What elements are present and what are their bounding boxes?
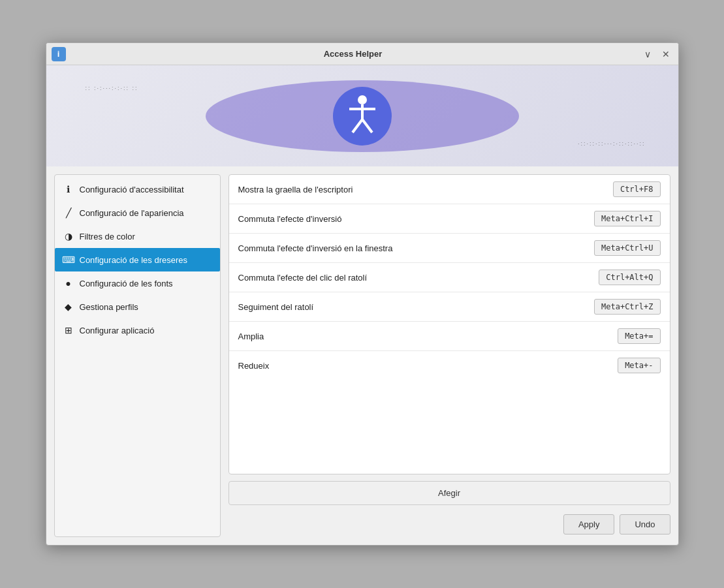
- main-window: i Access Helper ∨ ✕ :: :·:···:·:·:: ::: [46, 42, 679, 546]
- shortcut-label-6: Redueix: [238, 361, 270, 371]
- configure-nav-icon: ⊞: [63, 324, 74, 336]
- shortcut-key-0[interactable]: Ctrl+F8: [613, 181, 661, 197]
- shortcut-row-1: Commuta l'efecte d'inversió Meta+Ctrl+I: [229, 204, 670, 234]
- shortcut-row-4: Seguiment del ratolí Meta+Ctrl+Z: [229, 292, 670, 322]
- sidebar-item-label: Gestiona perfils: [80, 302, 138, 312]
- sidebar-item-color-filters[interactable]: ◑ Filtres de color: [55, 224, 220, 248]
- sidebar-item-fonts[interactable]: ● Configuració de les fonts: [55, 271, 220, 295]
- svg-line-4: [362, 119, 372, 132]
- shortcut-label-1: Commuta l'efecte d'inversió: [238, 214, 342, 224]
- shortcut-row-2: Commuta l'efecte d'inversió en la finest…: [229, 234, 670, 263]
- undo-button[interactable]: Undo: [620, 514, 670, 534]
- shortcut-label-4: Seguiment del ratolí: [238, 302, 314, 312]
- shortcut-label-5: Amplia: [238, 332, 264, 341]
- appearance-nav-icon: ╱: [63, 207, 74, 219]
- sidebar-item-label: Configurar aplicació: [80, 326, 155, 335]
- shortcut-key-5[interactable]: Meta+=: [618, 328, 660, 344]
- sidebar-item-label: Configuració de les dreseres: [80, 255, 187, 265]
- apply-button[interactable]: Apply: [563, 514, 615, 534]
- titlebar-controls: ∨ ✕: [640, 47, 673, 61]
- minimize-button[interactable]: ∨: [640, 47, 655, 61]
- shortcut-row-0: Mostra la graella de l'escriptori Ctrl+F…: [229, 175, 670, 204]
- shortcut-key-2[interactable]: Meta+Ctrl+U: [594, 240, 660, 256]
- shortcut-key-3[interactable]: Ctrl+Alt+Q: [599, 270, 660, 285]
- add-button[interactable]: Afegir: [228, 481, 670, 505]
- svg-line-3: [353, 119, 362, 132]
- sidebar-item-label: Configuració d'accessibilitat: [80, 185, 184, 194]
- main-panel: Mostra la graella de l'escriptori Ctrl+F…: [228, 174, 670, 537]
- sidebar-item-accessibility[interactable]: ℹ Configuració d'accessibilitat: [55, 178, 220, 201]
- accessibility-nav-icon: ℹ: [63, 183, 74, 195]
- sidebar-item-profiles[interactable]: ◆ Gestiona perfils: [55, 295, 220, 318]
- titlebar: i Access Helper ∨ ✕: [46, 43, 678, 65]
- sidebar-item-configure[interactable]: ⊞ Configurar aplicació: [55, 318, 220, 342]
- shortcut-key-1[interactable]: Meta+Ctrl+I: [594, 211, 660, 226]
- shortcut-key-6[interactable]: Meta+-: [618, 358, 660, 373]
- profiles-nav-icon: ◆: [63, 301, 74, 313]
- shortcut-key-4[interactable]: Meta+Ctrl+Z: [594, 299, 660, 315]
- shortcut-row-5: Amplia Meta+=: [229, 322, 670, 351]
- stick-figure-icon: [346, 95, 379, 138]
- accessibility-icon-circle: [333, 87, 392, 146]
- shortcut-row-3: Commuta l'efecte del clic del ratolí Ctr…: [229, 263, 670, 292]
- svg-point-0: [358, 95, 367, 104]
- braille-right: ·::·::·::···:·::·::··::: [578, 140, 646, 147]
- sidebar-item-shortcuts[interactable]: ⌨ Configuració de les dreseres: [55, 248, 220, 271]
- shortcuts-nav-icon: ⌨: [63, 254, 74, 266]
- content-area: ℹ Configuració d'accessibilitat ╱ Config…: [46, 166, 678, 545]
- close-button[interactable]: ✕: [659, 47, 673, 61]
- fonts-nav-icon: ●: [63, 277, 74, 289]
- shortcuts-table: Mostra la graella de l'escriptori Ctrl+F…: [228, 174, 670, 474]
- bottom-buttons: Apply Undo: [228, 512, 670, 537]
- shortcut-label-2: Commuta l'efecte d'inversió en la finest…: [238, 243, 393, 253]
- color-filters-nav-icon: ◑: [63, 230, 74, 242]
- app-icon: i: [52, 47, 66, 61]
- header-banner: :: :·:···:·:·:: :: ·::·::·::···:·::·::··…: [46, 65, 678, 166]
- window-title: Access Helper: [66, 49, 640, 59]
- sidebar: ℹ Configuració d'accessibilitat ╱ Config…: [54, 174, 221, 537]
- sidebar-item-label: Configuració de l'apariencia: [80, 208, 184, 218]
- shortcut-row-6: Redueix Meta+-: [229, 351, 670, 380]
- sidebar-item-label: Filtres de color: [80, 232, 135, 241]
- sidebar-item-label: Configuració de les fonts: [80, 279, 173, 288]
- shortcut-label-0: Mostra la graella de l'escriptori: [238, 185, 353, 194]
- braille-left: :: :·:···:·:·:: ::: [86, 85, 138, 91]
- shortcut-label-3: Commuta l'efecte del clic del ratolí: [238, 273, 368, 283]
- sidebar-item-appearance[interactable]: ╱ Configuració de l'apariencia: [55, 201, 220, 224]
